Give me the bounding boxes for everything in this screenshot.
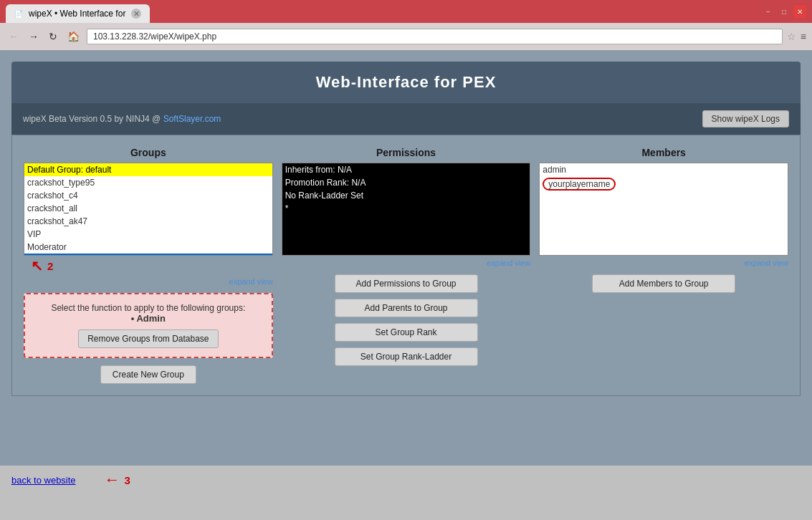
create-new-group-button[interactable]: Create New Group xyxy=(100,365,196,384)
action-box-selected: • Admin xyxy=(34,313,263,324)
tab-title: wipeX • Web Interface for xyxy=(29,9,125,19)
version-link[interactable]: SoftSlayer.com xyxy=(163,114,221,124)
members-buttons: Add Members to Group xyxy=(539,274,788,293)
address-input[interactable] xyxy=(87,29,783,44)
list-item[interactable]: crackshot_all xyxy=(24,202,272,215)
forward-button[interactable]: → xyxy=(26,29,42,44)
action-box-text: Select the function to apply to the foll… xyxy=(34,303,263,313)
list-item[interactable]: crackshot_c4 xyxy=(24,189,272,202)
list-item[interactable]: crackshot_type95 xyxy=(24,176,272,189)
members-expand-link[interactable]: expand view xyxy=(539,259,788,267)
close-button[interactable]: ✕ xyxy=(793,5,806,18)
menu-icon[interactable]: ≡ xyxy=(801,31,806,42)
yourplayername-oval: yourplayername xyxy=(543,178,616,191)
tab-favicon: 📄 xyxy=(14,10,23,18)
list-item: No Rank-Ladder Set xyxy=(282,189,530,202)
back-button[interactable]: ← xyxy=(6,29,22,44)
permissions-column: Permissions Inherits from: N/A Promotion… xyxy=(282,147,531,384)
set-group-rank-ladder-button[interactable]: Set Group Rank-Ladder xyxy=(335,347,478,366)
members-list[interactable]: admin yourplayername xyxy=(539,163,788,256)
version-text: wipeX Beta Version 0.5 by NINJ4 @ SoftSl… xyxy=(23,114,221,124)
tab-close-button[interactable]: ✕ xyxy=(131,9,141,19)
main-content: Web-Interface for PEX wipeX Beta Version… xyxy=(0,50,812,466)
list-item: * xyxy=(282,202,530,215)
list-item-admin[interactable]: Admin xyxy=(24,254,272,256)
set-group-rank-button[interactable]: Set Group Rank xyxy=(335,323,478,342)
show-logs-button[interactable]: Show wipeX Logs xyxy=(702,110,789,127)
groups-header: Groups xyxy=(24,147,273,158)
groups-action-box: Select the function to apply to the foll… xyxy=(24,293,273,358)
browser-tab[interactable]: 📄 wipeX • Web Interface for ✕ xyxy=(6,4,150,23)
permissions-buttons: Add Permissions to Group Add Parents to … xyxy=(282,274,531,366)
maximize-button[interactable]: □ xyxy=(778,5,790,18)
window-controls: − □ ✕ xyxy=(762,5,806,18)
add-parents-button[interactable]: Add Parents to Group xyxy=(335,299,478,317)
groups-column: Groups Default Group: default crackshot_… xyxy=(24,147,273,384)
groups-expand-link[interactable]: expand view xyxy=(24,277,273,286)
list-item[interactable]: Default Group: default xyxy=(24,163,272,176)
page-header: Web-Interface for PEX xyxy=(11,62,801,103)
permissions-header: Permissions xyxy=(282,147,531,158)
page-title: Web-Interface for PEX xyxy=(23,73,789,92)
list-item-moderator[interactable]: Moderator ← 1 xyxy=(24,241,272,254)
list-item[interactable]: VIP xyxy=(24,228,272,241)
add-permissions-button[interactable]: Add Permissions to Group xyxy=(335,274,478,293)
list-item[interactable]: crackshot_ak47 xyxy=(24,215,272,228)
home-button[interactable]: 🏠 xyxy=(65,29,82,44)
back-to-website-link[interactable]: back to website xyxy=(11,475,76,486)
list-item: Promotion Rank: N/A xyxy=(282,176,530,189)
permissions-expand-link[interactable]: expand view xyxy=(282,259,531,267)
address-bar: ← → ↻ 🏠 ☆ ≡ xyxy=(0,23,812,50)
add-members-button[interactable]: Add Members to Group xyxy=(592,274,735,293)
bottom-bar: back to website ← 3 xyxy=(0,466,812,494)
list-item: Inherits from: N/A xyxy=(282,163,530,176)
permissions-list[interactable]: Inherits from: N/A Promotion Rank: N/A N… xyxy=(282,163,531,256)
sub-header: wipeX Beta Version 0.5 by NINJ4 @ SoftSl… xyxy=(11,103,801,135)
groups-list[interactable]: Default Group: default crackshot_type95 … xyxy=(24,163,273,256)
members-header: Members xyxy=(539,147,788,158)
list-item-yourplayername[interactable]: yourplayername xyxy=(540,176,788,192)
minimize-button[interactable]: − xyxy=(762,5,775,18)
bookmark-icon[interactable]: ☆ xyxy=(787,31,796,42)
panel-area: Groups Default Group: default crackshot_… xyxy=(11,135,801,396)
list-item-admin-member[interactable]: admin xyxy=(540,163,788,176)
remove-groups-button[interactable]: Remove Groups from Database xyxy=(78,329,218,348)
members-column: Members admin yourplayername expand view… xyxy=(539,147,788,384)
annotation-3: 3 xyxy=(125,474,130,486)
refresh-button[interactable]: ↻ xyxy=(46,29,60,44)
